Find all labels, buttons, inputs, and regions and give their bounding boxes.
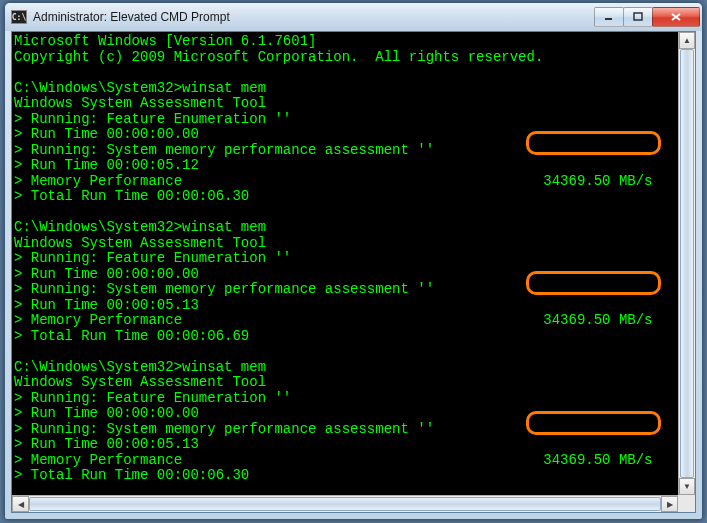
terminal-line (14, 65, 695, 81)
terminal-line: > Memory Performance 34369.50 MB/s (14, 313, 695, 329)
maximize-button[interactable] (623, 7, 653, 27)
terminal-line: Copyright (c) 2009 Microsoft Corporation… (14, 50, 695, 66)
terminal-line: > Running: System memory performance ass… (14, 143, 695, 159)
terminal-line: C:\Windows\System32>winsat mem (14, 81, 695, 97)
minimize-button[interactable] (594, 7, 624, 27)
terminal-line: C:\Windows\System32>winsat mem (14, 220, 695, 236)
scroll-right-button[interactable]: ▶ (661, 496, 678, 512)
terminal-line: Windows System Assessment Tool (14, 236, 695, 252)
terminal-line: > Run Time 00:00:00.00 (14, 406, 695, 422)
close-button[interactable] (652, 7, 700, 27)
horizontal-scrollbar[interactable]: ◀ ▶ (12, 495, 678, 512)
terminal-line: > Running: Feature Enumeration '' (14, 391, 695, 407)
maximize-icon (633, 12, 643, 22)
terminal-line: > Total Run Time 00:00:06.30 (14, 189, 695, 205)
terminal-line: C:\Windows\System32>winsat mem (14, 360, 695, 376)
scroll-thumb[interactable] (680, 49, 694, 478)
terminal-output[interactable]: Microsoft Windows [Version 6.1.7601]Copy… (12, 32, 695, 512)
titlebar[interactable]: C:\ Administrator: Elevated CMD Prompt (5, 3, 702, 31)
terminal-line: Windows System Assessment Tool (14, 375, 695, 391)
svg-rect-1 (634, 13, 642, 20)
terminal-line: > Run Time 00:00:00.00 (14, 127, 695, 143)
terminal-line: > Memory Performance 34369.50 MB/s (14, 174, 695, 190)
terminal-line: Microsoft Windows [Version 6.1.7601] (14, 34, 695, 50)
terminal-line: > Running: Feature Enumeration '' (14, 112, 695, 128)
window-controls (595, 7, 700, 27)
terminal-line: > Running: Feature Enumeration '' (14, 251, 695, 267)
scroll-corner (678, 495, 695, 512)
scroll-thumb[interactable] (29, 497, 661, 511)
terminal-line: > Memory Performance 34369.50 MB/s (14, 453, 695, 469)
terminal-line: > Total Run Time 00:00:06.69 (14, 329, 695, 345)
terminal-line: > Running: System memory performance ass… (14, 422, 695, 438)
terminal-line (14, 205, 695, 221)
vertical-scrollbar[interactable]: ▲ ▼ (678, 32, 695, 495)
terminal-line: > Run Time 00:00:05.12 (14, 158, 695, 174)
cmd-window: C:\ Administrator: Elevated CMD Prompt M… (4, 2, 703, 520)
terminal-line: > Run Time 00:00:00.00 (14, 267, 695, 283)
minimize-icon (604, 12, 614, 22)
scroll-track[interactable] (29, 496, 661, 512)
scroll-up-button[interactable]: ▲ (679, 32, 695, 49)
scroll-track[interactable] (679, 49, 695, 478)
terminal-line (14, 344, 695, 360)
client-area: Microsoft Windows [Version 6.1.7601]Copy… (11, 31, 696, 513)
close-icon (670, 12, 682, 22)
terminal-line: > Running: System memory performance ass… (14, 282, 695, 298)
cmd-icon: C:\ (11, 10, 27, 24)
terminal-line: > Run Time 00:00:05.13 (14, 437, 695, 453)
terminal-line: > Total Run Time 00:00:06.30 (14, 468, 695, 484)
scroll-down-button[interactable]: ▼ (679, 478, 695, 495)
terminal-line: Windows System Assessment Tool (14, 96, 695, 112)
scroll-left-button[interactable]: ◀ (12, 496, 29, 512)
window-title: Administrator: Elevated CMD Prompt (33, 10, 595, 24)
terminal-line: > Run Time 00:00:05.13 (14, 298, 695, 314)
